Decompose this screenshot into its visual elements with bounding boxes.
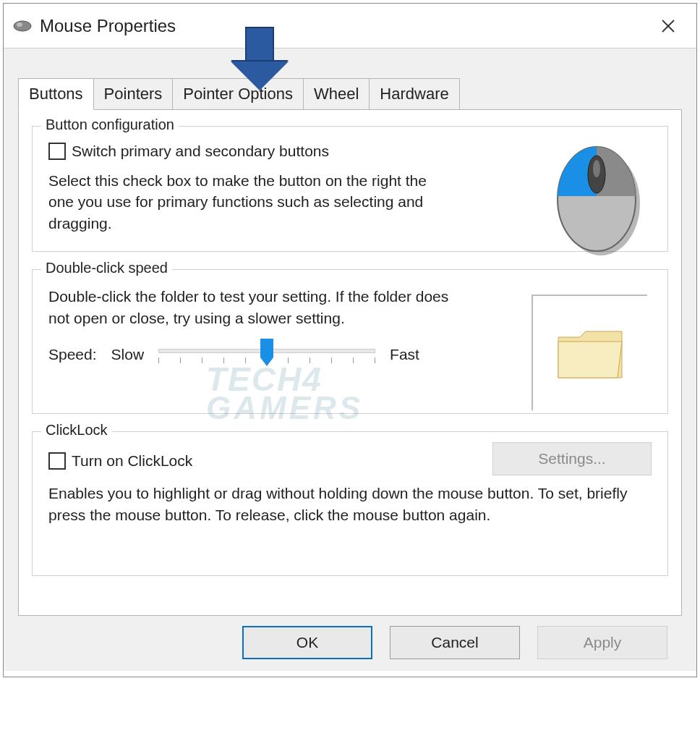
switch-buttons-description: Select this check box to make the button…: [48, 170, 453, 234]
speed-label: Speed:: [48, 346, 97, 363]
mouse-properties-dialog: Mouse Properties TECH4 GAMERS Buttons Po…: [3, 3, 697, 677]
content-area: TECH4 GAMERS Buttons Pointers Pointer Op…: [4, 48, 696, 671]
annotation-arrow-icon: [231, 27, 289, 90]
svg-point-7: [593, 160, 600, 177]
group-title: Button configuration: [41, 117, 179, 133]
group-title: Double-click speed: [41, 260, 172, 276]
ok-button[interactable]: OK: [242, 626, 372, 659]
fast-label: Fast: [390, 346, 419, 363]
window-title: Mouse Properties: [40, 16, 649, 36]
double-click-test-area[interactable]: [532, 295, 647, 410]
svg-point-1: [17, 22, 22, 27]
apply-button: Apply: [537, 626, 667, 659]
cancel-button[interactable]: Cancel: [390, 626, 520, 659]
tab-strip: Buttons Pointers Pointer Options Wheel H…: [18, 78, 682, 110]
mouse-icon: [12, 20, 33, 33]
close-button[interactable]: [649, 11, 688, 41]
double-click-description: Double-click the folder to test your set…: [48, 286, 453, 329]
group-title: ClickLock: [41, 422, 112, 439]
group-clicklock: ClickLock Turn on ClickLock Settings... …: [32, 431, 668, 576]
speed-slider[interactable]: [158, 342, 375, 368]
tab-pointers[interactable]: Pointers: [94, 78, 174, 110]
clicklock-settings-button: Settings...: [492, 442, 652, 475]
switch-buttons-label: Switch primary and secondary buttons: [72, 143, 329, 160]
clicklock-description: Enables you to highlight or drag without…: [48, 483, 641, 525]
clicklock-checkbox[interactable]: [48, 452, 66, 470]
svg-point-0: [14, 21, 31, 31]
slider-thumb-icon: [260, 339, 273, 366]
title-bar: Mouse Properties: [4, 4, 696, 48]
tab-hardware[interactable]: Hardware: [370, 78, 459, 110]
clicklock-label: Turn on ClickLock: [72, 452, 192, 470]
close-icon: [661, 19, 675, 33]
tab-panel: Button configuration Switch primary and …: [18, 109, 682, 616]
tab-wheel[interactable]: Wheel: [304, 78, 370, 110]
tab-buttons[interactable]: Buttons: [18, 78, 94, 110]
switch-buttons-checkbox[interactable]: [48, 143, 66, 160]
group-double-click-speed: Double-click speed Double-click the fold…: [32, 269, 668, 414]
folder-icon: [554, 324, 626, 382]
mouse-illustration-icon: [546, 140, 647, 255]
dialog-button-row: OK Cancel Apply: [18, 616, 682, 661]
slow-label: Slow: [111, 346, 145, 363]
group-button-configuration: Button configuration Switch primary and …: [32, 126, 668, 252]
